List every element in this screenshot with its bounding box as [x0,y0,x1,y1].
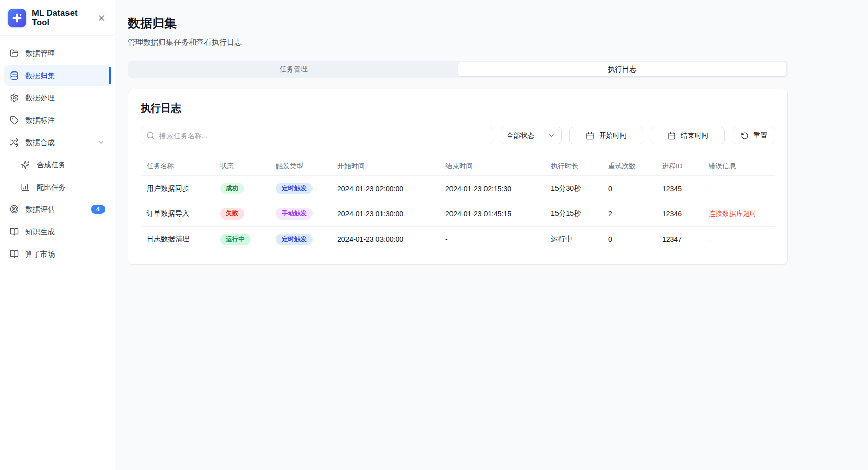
tab-bar: 任务管理 执行日志 [128,61,788,78]
database-icon [10,71,19,80]
column-header: 重试次数 [608,162,662,171]
sidebar-item-label: 配比任务 [37,183,66,192]
cell-retries: 2 [608,210,662,218]
reset-label: 重置 [754,131,768,140]
start-time-label: 开始时间 [599,131,627,140]
cell-trigger-type: 定时触发 [276,234,337,245]
sidebar-item-数据标注[interactable]: 数据标注 [4,110,111,130]
sidebar-item-label: 数据处理 [25,93,55,103]
chevron-down-icon [548,132,555,139]
page-subtitle: 管理数据归集任务和查看执行日志 [128,38,788,47]
table-row: 用户数据同步成功定时触发2024-01-23 02:00:002024-01-2… [141,176,775,201]
cell-start-time: 2024-01-23 01:30:00 [337,210,445,218]
shuffle-icon [10,138,19,147]
cell-duration: 15分15秒 [551,209,608,219]
cell-start-time: 2024-01-23 03:00:00 [337,235,445,243]
cell-task-name: 订单数据导入 [147,209,220,219]
reset-button[interactable]: 重置 [733,127,775,144]
search-icon [146,131,155,140]
cell-status: 成功 [220,183,276,194]
cell-status-badge: 运行中 [220,234,251,245]
tab-label: 任务管理 [280,65,308,74]
cell-end-time: - [445,235,551,243]
sidebar-item-label: 数据标注 [25,116,55,125]
bar-chart-icon [21,183,30,192]
cell-status: 运行中 [220,234,276,245]
end-time-button[interactable]: 结束时间 [651,127,725,144]
tab-label: 执行日志 [608,65,636,74]
sidebar-item-知识生成[interactable]: 知识生成 [4,222,111,242]
cell-task-name: 日志数据清理 [147,235,220,244]
sidebar-nav: 数据管理数据归集数据处理数据标注数据合成合成任务配比任务数据评估4知识生成算子市… [0,36,115,264]
sidebar-close-button[interactable] [96,13,107,23]
end-time-label: 结束时间 [681,131,708,140]
table-row: 订单数据导入失败手动触发2024-01-23 01:30:002024-01-2… [141,201,775,227]
sidebar-item-配比任务[interactable]: 配比任务 [4,177,111,197]
tab-task-management[interactable]: 任务管理 [129,62,458,76]
sidebar-item-label: 数据管理 [25,49,55,58]
column-header: 执行时长 [551,162,608,171]
sidebar-item-label: 算子市场 [25,249,55,259]
column-header: 触发类型 [276,162,337,171]
sidebar-item-label: 数据合成 [25,138,55,148]
column-header: 进程ID [662,162,709,171]
search-box [141,127,493,144]
cell-trigger-type: 手动触发 [276,208,337,220]
cell-retries: 0 [608,235,662,243]
folder-icon [10,49,19,58]
column-header: 开始时间 [337,162,445,171]
reset-icon [741,132,749,140]
table-body: 用户数据同步成功定时触发2024-01-23 02:00:002024-01-2… [141,176,775,252]
status-filter-select[interactable]: 全部状态 [501,127,562,144]
cell-status-badge: 成功 [220,183,244,194]
target-icon [10,205,19,214]
calendar-icon [668,132,676,140]
cell-end-time: 2024-01-23 02:15:30 [445,185,551,193]
book-icon [10,249,19,259]
execution-logs-panel: 执行日志 全部状态 开始时间 结束时间 [128,89,788,265]
sidebar-item-算子市场[interactable]: 算子市场 [4,244,111,264]
cell-pid: 12346 [662,210,709,218]
tab-execution-logs[interactable]: 执行日志 [458,62,787,76]
sidebar-item-label: 合成任务 [37,160,66,170]
chevron-down-icon [97,139,105,147]
main-content: 数据归集 管理数据归集任务和查看执行日志 任务管理 执行日志 执行日志 全部状态 [115,0,868,265]
cell-trigger-type-badge: 手动触发 [276,208,313,220]
sidebar-item-数据评估[interactable]: 数据评估4 [4,199,111,220]
sidebar-item-label: 数据归集 [25,71,55,81]
sparkles-icon [21,160,30,169]
column-header: 错误信息 [709,162,769,171]
gear-icon [10,93,19,102]
cell-retries: 0 [608,185,662,193]
cell-start-time: 2024-01-23 02:00:00 [337,185,445,193]
book-icon [10,227,19,236]
app-title: ML Dataset Tool [32,8,91,27]
sparkles-icon [12,13,22,23]
sidebar: ML Dataset Tool 数据管理数据归集数据处理数据标注数据合成合成任务… [0,0,115,470]
search-input[interactable] [141,127,493,144]
start-time-button[interactable]: 开始时间 [569,127,643,144]
sidebar-item-数据管理[interactable]: 数据管理 [4,43,111,63]
page-title: 数据归集 [128,15,788,31]
table-row: 日志数据清理运行中定时触发2024-01-23 03:00:00-运行中0123… [141,227,775,252]
sidebar-item-数据合成[interactable]: 数据合成 [4,132,111,153]
sidebar-header: ML Dataset Tool [0,0,115,36]
cell-error: 连接数据库超时 [709,209,769,219]
sidebar-item-label: 知识生成 [25,227,55,237]
cell-status: 失败 [220,208,276,220]
app-logo [8,9,26,27]
status-filter-value: 全部状态 [507,131,534,140]
cell-trigger-type-badge: 定时触发 [276,183,313,194]
logs-table: 任务名称状态触发类型开始时间结束时间执行时长重试次数进程ID错误信息 用户数据同… [141,157,775,252]
sidebar-item-数据处理[interactable]: 数据处理 [4,88,111,108]
sidebar-item-label: 数据评估 [25,205,55,214]
sidebar-item-合成任务[interactable]: 合成任务 [4,155,111,175]
cell-status-badge: 失败 [220,208,244,220]
sidebar-item-数据归集[interactable]: 数据归集 [4,65,111,86]
calendar-icon [586,132,594,140]
panel-title: 执行日志 [141,101,775,115]
column-header: 状态 [220,162,276,171]
cell-error: - [709,236,769,243]
cell-pid: 12347 [662,235,709,243]
cell-pid: 12345 [662,185,709,193]
